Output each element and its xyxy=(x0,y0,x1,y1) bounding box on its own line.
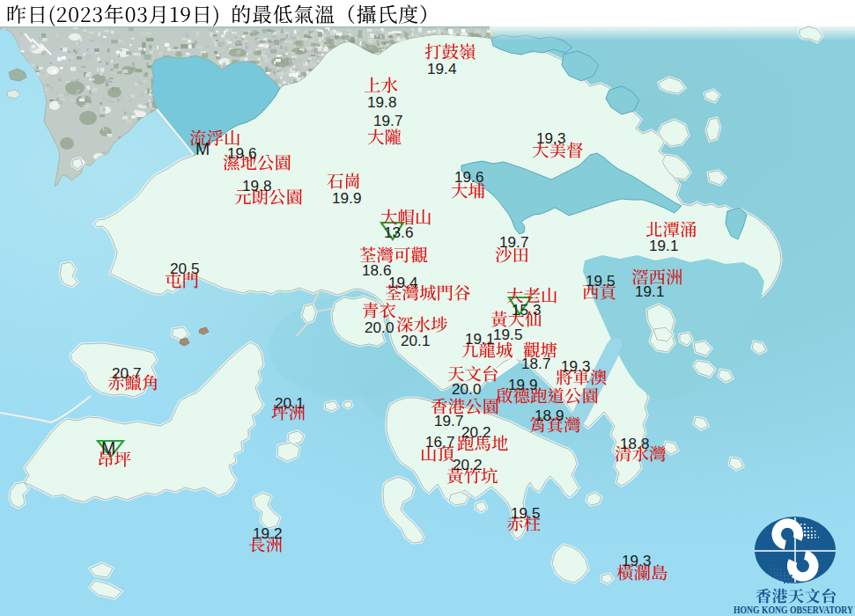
svg-text:19.4: 19.4 xyxy=(388,274,418,291)
svg-text:18.7: 18.7 xyxy=(521,355,550,372)
svg-text:19.3: 19.3 xyxy=(536,129,565,147)
svg-text:19.5: 19.5 xyxy=(586,272,615,290)
svg-text:20.0: 20.0 xyxy=(452,380,481,398)
svg-text:19.7: 19.7 xyxy=(499,233,528,251)
svg-text:19.5: 19.5 xyxy=(511,504,540,522)
svg-text:20.7: 20.7 xyxy=(112,364,141,382)
svg-text:19.7: 19.7 xyxy=(434,412,463,429)
svg-text:19.2: 19.2 xyxy=(253,524,282,542)
svg-text:19.8: 19.8 xyxy=(242,177,271,194)
svg-text:19.1: 19.1 xyxy=(635,282,664,300)
svg-text:19.6: 19.6 xyxy=(227,144,256,162)
svg-text:15.3: 15.3 xyxy=(512,301,541,319)
svg-text:20.2: 20.2 xyxy=(453,456,482,473)
svg-text:16.7: 16.7 xyxy=(425,433,454,451)
svg-text:19.7: 19.7 xyxy=(373,112,402,129)
svg-text:19.5: 19.5 xyxy=(493,326,522,343)
svg-text:20.2: 20.2 xyxy=(461,423,490,441)
svg-text:HONG KONG OBSERVATORY: HONG KONG OBSERVATORY xyxy=(733,604,853,616)
svg-text:20.1: 20.1 xyxy=(275,394,304,412)
svg-text:18.6: 18.6 xyxy=(362,261,391,279)
svg-text:19.9: 19.9 xyxy=(508,376,537,393)
svg-text:19.3: 19.3 xyxy=(561,357,590,375)
svg-text:M: M xyxy=(195,139,210,158)
svg-text:19.4: 19.4 xyxy=(427,60,457,77)
svg-text:19.1: 19.1 xyxy=(649,237,678,254)
svg-text:20.0: 20.0 xyxy=(365,319,394,336)
svg-text:19.9: 19.9 xyxy=(332,189,361,207)
svg-text:19.1: 19.1 xyxy=(465,330,494,348)
svg-text:18.9: 18.9 xyxy=(534,407,564,424)
svg-text:19.6: 19.6 xyxy=(454,168,483,186)
svg-text:19.8: 19.8 xyxy=(367,93,396,111)
svg-text:13.6: 13.6 xyxy=(384,224,413,241)
svg-text:20.1: 20.1 xyxy=(401,332,430,349)
svg-text:M: M xyxy=(101,438,115,458)
svg-text:20.5: 20.5 xyxy=(170,260,199,277)
svg-text:19.3: 19.3 xyxy=(622,552,651,569)
svg-text:18.8: 18.8 xyxy=(620,435,649,452)
